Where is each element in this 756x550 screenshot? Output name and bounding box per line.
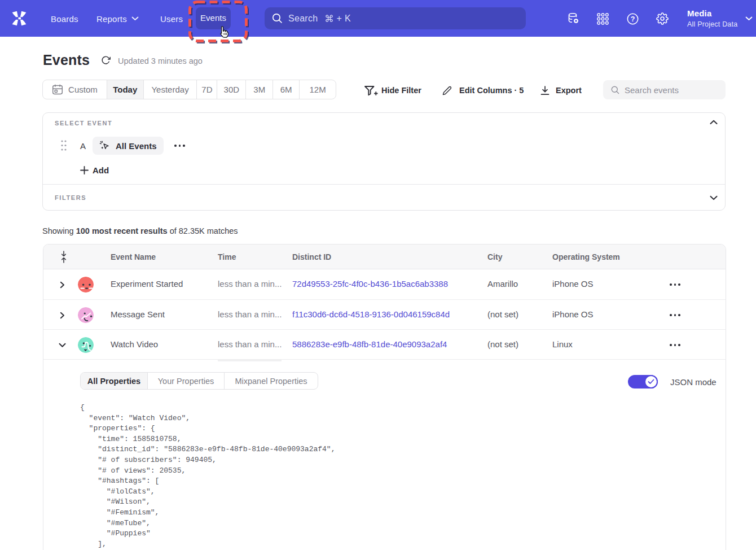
svg-text:?: ?	[631, 15, 635, 23]
